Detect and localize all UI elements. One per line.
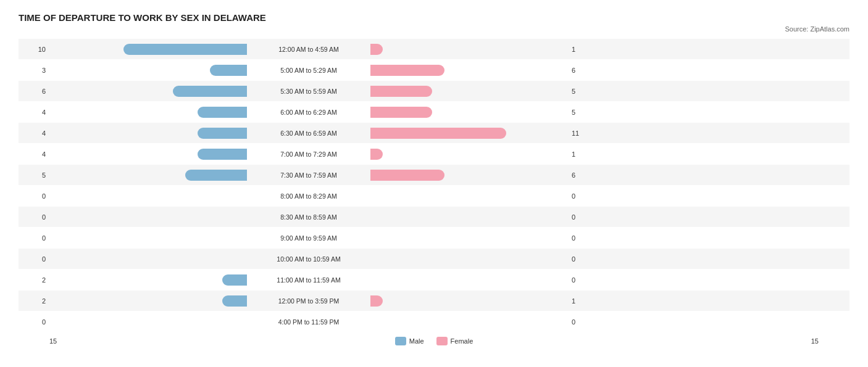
male-bar-wrap: [49, 274, 247, 286]
male-value: 10: [19, 46, 49, 53]
time-label: 8:30 AM to 8:59 AM: [247, 213, 370, 221]
male-bar: [222, 295, 247, 307]
female-bar-wrap: [370, 65, 568, 76]
male-value: 4: [19, 130, 49, 137]
female-bar-wrap: [370, 44, 568, 55]
time-label: 8:00 AM to 8:29 AM: [247, 192, 370, 200]
female-bar-wrap: [370, 274, 568, 286]
female-bar-wrap: [370, 86, 568, 97]
chart-title: TIME OF DEPARTURE TO WORK BY SEX IN DELA…: [19, 12, 849, 23]
female-bar: [370, 128, 506, 139]
time-label: 10:00 AM to 10:59 AM: [247, 255, 370, 263]
male-bar-wrap: [49, 65, 247, 76]
female-value: 1: [568, 297, 599, 305]
female-bar: [370, 149, 383, 160]
time-label: 5:00 AM to 5:29 AM: [247, 67, 370, 74]
male-bar-wrap: [49, 44, 247, 55]
time-label: 12:00 PM to 3:59 PM: [247, 297, 370, 305]
male-value: 0: [19, 192, 49, 200]
time-label: 4:00 PM to 11:59 PM: [247, 318, 370, 326]
female-value: 11: [568, 130, 599, 137]
female-bar-wrap: [370, 170, 568, 181]
female-bar-wrap: [370, 128, 568, 139]
female-bar: [370, 107, 432, 118]
female-value: 1: [568, 46, 599, 53]
male-bar: [185, 170, 247, 181]
male-value: 0: [19, 213, 49, 221]
chart-area: 10 12:00 AM to 4:59 AM 1 3 5:00 AM to 5:…: [19, 39, 849, 332]
male-bar-wrap: [49, 212, 247, 223]
male-value: 0: [19, 234, 49, 242]
female-bar: [370, 170, 444, 181]
female-bar: [370, 295, 383, 307]
male-bar: [123, 44, 247, 55]
chart-row: 4 6:30 AM to 6:59 AM 11: [19, 123, 849, 143]
female-bar: [370, 65, 444, 76]
legend-male-label: Male: [409, 337, 424, 345]
legend-female: Female: [436, 337, 474, 345]
time-label: 6:30 AM to 6:59 AM: [247, 130, 370, 137]
female-value: 0: [568, 192, 599, 200]
time-label: 7:30 AM to 7:59 AM: [247, 171, 370, 179]
chart-row: 2 11:00 AM to 11:59 AM 0: [19, 270, 849, 290]
chart-row: 0 4:00 PM to 11:59 PM 0: [19, 311, 849, 332]
male-bar-wrap: [49, 316, 247, 328]
male-bar: [210, 65, 247, 76]
chart-row: 3 5:00 AM to 5:29 AM 6: [19, 60, 849, 80]
male-bar: [198, 107, 247, 118]
female-bar: [370, 86, 432, 97]
male-value: 4: [19, 109, 49, 116]
male-bar-wrap: [49, 170, 247, 181]
chart-row: 10 12:00 AM to 4:59 AM 1: [19, 39, 849, 59]
female-bar-wrap: [370, 254, 568, 265]
male-value: 0: [19, 255, 49, 263]
chart-footer: 15 Male Female 15: [19, 337, 849, 345]
time-label: 12:00 AM to 4:59 AM: [247, 46, 370, 53]
male-value: 5: [19, 171, 49, 179]
female-value: 5: [568, 109, 599, 116]
chart-row: 0 8:30 AM to 8:59 AM 0: [19, 207, 849, 227]
male-value: 4: [19, 151, 49, 158]
female-value: 0: [568, 234, 599, 242]
female-value: 1: [568, 151, 599, 158]
female-bar-wrap: [370, 191, 568, 202]
female-bar-wrap: [370, 233, 568, 244]
male-bar-wrap: [49, 128, 247, 139]
male-value: 2: [19, 276, 49, 284]
female-bar-wrap: [370, 212, 568, 223]
chart-row: 4 7:00 AM to 7:29 AM 1: [19, 144, 849, 164]
time-label: 9:00 AM to 9:59 AM: [247, 234, 370, 242]
male-bar-wrap: [49, 149, 247, 160]
legend-male: Male: [395, 337, 424, 345]
male-bar: [173, 86, 247, 97]
chart-row: 4 6:00 AM to 6:29 AM 5: [19, 102, 849, 122]
female-bar: [370, 44, 383, 55]
female-value: 6: [568, 171, 599, 179]
male-bar: [222, 274, 247, 286]
footer-right-scale: 15: [788, 337, 819, 345]
male-value: 0: [19, 318, 49, 326]
female-value: 0: [568, 255, 599, 263]
male-bar-wrap: [49, 233, 247, 244]
legend-female-box: [436, 337, 448, 345]
female-value: 6: [568, 67, 599, 74]
male-bar-wrap: [49, 107, 247, 118]
legend: Male Female: [395, 337, 474, 345]
legend-male-box: [395, 337, 406, 345]
chart-row: 0 9:00 AM to 9:59 AM 0: [19, 228, 849, 248]
male-value: 3: [19, 67, 49, 74]
male-value: 2: [19, 297, 49, 305]
legend-female-label: Female: [451, 337, 474, 345]
chart-row: 0 8:00 AM to 8:29 AM 0: [19, 186, 849, 206]
time-label: 6:00 AM to 6:29 AM: [247, 109, 370, 116]
chart-row: 0 10:00 AM to 10:59 AM 0: [19, 249, 849, 269]
male-bar: [198, 149, 247, 160]
time-label: 5:30 AM to 5:59 AM: [247, 88, 370, 95]
male-value: 6: [19, 88, 49, 95]
female-bar-wrap: [370, 316, 568, 328]
male-bar: [198, 128, 247, 139]
female-value: 0: [568, 213, 599, 221]
female-value: 0: [568, 276, 599, 284]
male-bar-wrap: [49, 86, 247, 97]
footer-left-scale: 15: [49, 337, 80, 345]
